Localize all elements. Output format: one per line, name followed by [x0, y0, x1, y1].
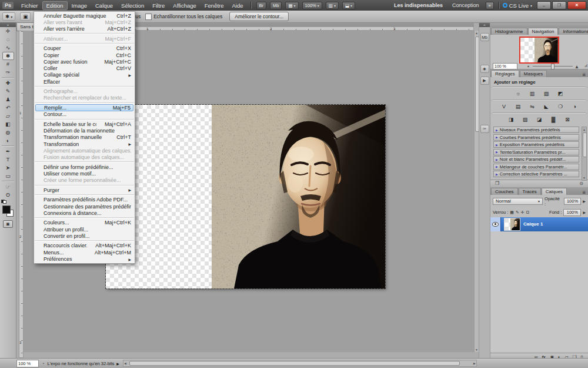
vibrance-icon[interactable]: V [499, 103, 509, 110]
hand-tool[interactable]: ☞ [2, 183, 14, 191]
menu-item-purger[interactable]: Purger▶ [34, 187, 135, 193]
expander-icon[interactable]: ▶ [496, 150, 498, 154]
exposure-icon[interactable]: ◩ [556, 90, 566, 97]
tab-reglages[interactable]: Réglages [491, 70, 519, 77]
zoom-in-icon[interactable]: ▲ [574, 64, 579, 69]
move-tool[interactable]: ✛ [2, 27, 14, 35]
scroll-down-icon[interactable]: ▼ [583, 176, 586, 180]
resize-grip-icon[interactable]: ◢ [584, 63, 587, 68]
eyedropper-tool[interactable]: ✑ [2, 68, 14, 77]
preset-courbes[interactable]: ▶Courbes Paramètres prédéfinis [493, 134, 579, 141]
brightness-contrast-icon[interactable]: ☼ [513, 90, 523, 97]
vertical-scrollbar[interactable]: ▲ ▼ [474, 31, 479, 352]
menu-affichage[interactable]: Affichage [169, 1, 200, 10]
lock-transparency-icon[interactable]: ▦ [510, 210, 514, 215]
sample-all-layers-checkbox[interactable] [145, 14, 152, 20]
menu-fichier[interactable]: Fichier [17, 1, 42, 10]
scroll-up-icon[interactable]: ▲ [583, 128, 586, 131]
menu-item-transformation[interactable]: Transformation▶ [34, 141, 135, 147]
layer-row-calque1[interactable]: Calque 1 [490, 217, 588, 231]
blur-tool[interactable]: ◍ [2, 128, 14, 137]
photo-filter-icon[interactable]: ❍ [556, 103, 566, 110]
lock-all-icon[interactable]: Ω [526, 210, 529, 215]
toolbar-collapse-handle[interactable]: « [0, 22, 16, 27]
opacity-stepper-icon[interactable]: ▶ [583, 199, 586, 203]
default-colors-icon[interactable] [1, 200, 6, 204]
menu-item-gestionnaire-parametres[interactable]: Gestionnaire des paramètres prédéfinis..… [34, 203, 135, 210]
gradient-tool[interactable]: ◧ [2, 120, 14, 128]
scroll-left-icon[interactable]: ◀ [124, 362, 126, 365]
selection-mode-buttons[interactable]: ▣ [20, 12, 31, 21]
menu-item-copier[interactable]: CopierCtrl+C [34, 52, 135, 58]
menu-item-aller-arriere[interactable]: Aller vers l'arrièreAlt+Ctrl+Z [34, 26, 135, 32]
menu-item-parametres-pdf[interactable]: Paramètres prédéfinis Adobe PDF... [34, 197, 135, 203]
menu-item-couper[interactable]: CouperCtrl+X [34, 45, 135, 52]
eraser-tool[interactable]: ▱ [2, 112, 14, 120]
posterize-icon[interactable]: ▨ [520, 116, 530, 123]
clone-stamp-tool[interactable]: ♟ [2, 95, 14, 104]
panel-menu-icon[interactable]: ≣ [580, 72, 587, 77]
zoom-level-button[interactable]: 100%▾ [302, 2, 322, 9]
preset-teinte-saturation[interactable]: ▶Teinte/Saturation Paramètres pr... [493, 149, 579, 155]
tool-presets-panel-icon[interactable]: ✑ [480, 125, 489, 133]
status-menu-icon[interactable]: ▶ [116, 362, 119, 366]
menu-filtre[interactable]: Filtre [148, 1, 169, 10]
marquee-tool[interactable]: ◌ [2, 35, 14, 44]
menu-calque[interactable]: Calque [91, 1, 117, 10]
fill-stepper-icon[interactable]: ▶ [583, 210, 586, 214]
quick-selection-tool[interactable]: ✱ [2, 52, 14, 60]
tab-histogramme[interactable]: Histogramme [491, 28, 527, 35]
navigator-proxy-view[interactable] [519, 37, 559, 64]
expander-icon[interactable]: ▶ [496, 143, 498, 147]
history-brush-tool[interactable]: ↶ [2, 104, 14, 112]
tab-couches[interactable]: Couches [491, 188, 518, 195]
scroll-right-icon[interactable]: ▶ [473, 362, 476, 365]
expanded-view-icon[interactable]: ❐ [495, 181, 499, 186]
expander-icon[interactable]: ▶ [496, 165, 498, 168]
layer-name[interactable]: Calque 1 [523, 221, 543, 227]
visibility-toggle-icon[interactable]: ⊙ [579, 181, 583, 186]
dock-collapse-handle[interactable]: « [479, 22, 490, 27]
shape-tool[interactable]: ▭ [2, 172, 14, 180]
menu-item-contour[interactable]: Contour... [34, 111, 135, 118]
pen-tool[interactable]: ✒ [2, 147, 14, 155]
tab-navigation[interactable]: Navigation [528, 28, 559, 35]
lock-position-icon[interactable]: ✛ [521, 210, 524, 215]
status-zoom-field[interactable]: 100 % [16, 360, 39, 367]
curves-icon[interactable]: ▧ [542, 90, 552, 97]
workspace-expander-button[interactable]: » [486, 2, 494, 9]
preset-niveaux[interactable]: ▶Niveaux Paramètres prédéfinis [493, 127, 579, 133]
menu-item-preferences[interactable]: Préférences▶ [34, 256, 135, 262]
preset-exposition[interactable]: ▶Exposition Paramètres prédéfinis [493, 141, 579, 148]
menu-item-copier-avec-fusion[interactable]: Copier avec fusionMaj+Ctrl+C [34, 58, 135, 65]
menu-item-deformation-marionnette[interactable]: Déformation de la marionnette [34, 127, 135, 134]
healing-brush-tool[interactable]: ✚ [2, 79, 14, 87]
preset-melangeur-couches[interactable]: ▶Mélangeur de couches Paramètr... [493, 164, 579, 170]
path-selection-tool[interactable]: ➤ [2, 164, 14, 172]
menu-item-raccourcis-clavier[interactable]: Raccourcis clavier...Alt+Maj+Ctrl+K [34, 243, 135, 249]
lock-pixels-icon[interactable]: ✎ [516, 210, 519, 215]
channel-mixer-icon[interactable]: ◑ [570, 103, 580, 110]
zoom-tool[interactable]: ʘ [2, 191, 14, 199]
menu-item-remplir[interactable]: Remplir...Maj+F5 [35, 104, 133, 111]
foreground-color-swatch[interactable] [2, 205, 11, 214]
expander-icon[interactable]: ▶ [496, 128, 498, 132]
menu-item-echelle-contenu[interactable]: Echelle basée sur le contenuMaj+Ctrl+A [34, 121, 135, 127]
scroll-up-icon[interactable]: ▲ [475, 31, 478, 35]
scrollbar-thumb[interactable] [129, 361, 460, 366]
menu-fenetre[interactable]: Fenêtre [201, 1, 228, 10]
blend-mode-select[interactable]: Normal ▾ [493, 198, 543, 205]
scrollbar-thumb[interactable] [583, 132, 587, 157]
levels-icon[interactable]: ▥ [527, 90, 537, 97]
mini-bridge-panel-icon[interactable]: Mb [480, 33, 489, 41]
menu-item-menus[interactable]: Menus...Alt+Maj+Ctrl+M [34, 249, 135, 256]
expander-icon[interactable]: ▶ [496, 173, 498, 176]
menu-item-collage-special[interactable]: Collage spécial▶ [34, 72, 135, 78]
brush-tool[interactable]: ✎ [2, 87, 14, 95]
cs-live-label[interactable]: CS Live [509, 2, 529, 9]
selective-color-icon[interactable]: ⊠ [563, 116, 573, 123]
animation-panel-icon[interactable]: ▶ [480, 77, 489, 85]
close-button[interactable]: ✕ [567, 1, 586, 9]
expander-icon[interactable]: ▶ [496, 135, 498, 139]
menu-edition[interactable]: Edition [42, 1, 68, 10]
